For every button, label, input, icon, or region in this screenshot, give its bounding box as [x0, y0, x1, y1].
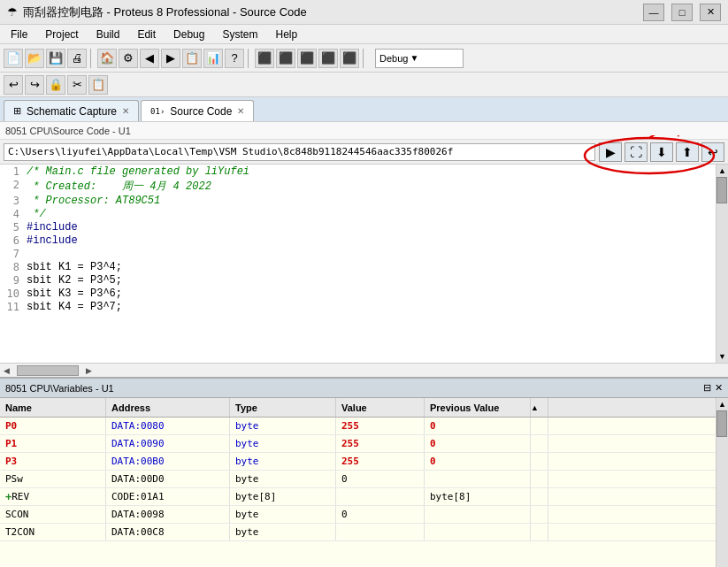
breadcrumb-text: 8051 CPU\Source Code - U1	[5, 126, 131, 136]
vars-scroll-track[interactable]	[717, 410, 728, 567]
redo-button[interactable]: ↪	[25, 75, 44, 95]
var-name: P0	[0, 418, 106, 434]
var-prev-value	[425, 506, 531, 523]
schematic-tab-close[interactable]: ✕	[122, 106, 129, 116]
back-button[interactable]: ◀	[140, 49, 159, 68]
line-content[interactable]: sbit K1 = P3^4;	[27, 260, 716, 273]
save-button[interactable]: 💾	[46, 49, 65, 68]
scroll-down-arrow[interactable]: ▼	[717, 350, 728, 363]
separator1	[90, 49, 94, 68]
menu-project[interactable]: Project	[38, 27, 85, 42]
tb-extra4[interactable]: ⬛	[318, 49, 338, 68]
var-name-text: P0	[5, 420, 17, 432]
tab-source[interactable]: 01› Source Code ✕	[141, 100, 254, 121]
list-item[interactable]: P0 DATA:0080 byte 255 0	[0, 418, 716, 435]
menu-file[interactable]: File	[4, 27, 34, 42]
line-content[interactable]: #include	[27, 234, 716, 247]
line-content[interactable]: */	[27, 207, 716, 220]
list-item[interactable]: SCON DATA:0098 byte 0	[0, 506, 716, 524]
scroll-track[interactable]	[717, 177, 728, 350]
var-address: DATA:0090	[106, 435, 230, 452]
var-prev-value	[425, 471, 531, 487]
menu-system[interactable]: System	[215, 27, 264, 42]
line-content[interactable]: * Created: 周一 4月 4 2022	[27, 178, 716, 194]
run-button[interactable]: ▶	[599, 142, 622, 162]
h-scroll-left[interactable]: ◀	[0, 366, 13, 375]
var-prev-value: 0	[425, 418, 531, 434]
list-item[interactable]: T2CON DATA:00C8 byte	[0, 524, 716, 541]
line-content[interactable]: sbit K4 = P3^7;	[27, 300, 716, 313]
source-tab-close[interactable]: ✕	[237, 106, 244, 116]
menu-build[interactable]: Build	[89, 27, 127, 42]
cut-button[interactable]: ✂	[67, 75, 87, 95]
home-button[interactable]: 🏠	[97, 49, 117, 68]
vars-pin-icon[interactable]: ⊟	[703, 382, 711, 394]
list-item[interactable]: P1 DATA:0090 byte 255 0	[0, 435, 716, 453]
h-scroll-thumb[interactable]	[17, 365, 79, 376]
scroll-thumb[interactable]	[717, 177, 727, 203]
var-value: 255	[336, 418, 425, 434]
line-content[interactable]: #include	[27, 220, 716, 234]
lock-button[interactable]: 🔒	[46, 75, 65, 95]
line-content[interactable]: sbit K3 = P3^6;	[27, 287, 716, 300]
new-button[interactable]: 📄	[4, 49, 23, 68]
settings-button[interactable]: ⚙	[119, 49, 138, 68]
vars-scroll-up[interactable]: ▲	[717, 398, 728, 410]
clipboard-button[interactable]: 📋	[182, 49, 202, 68]
list-item[interactable]: PSw DATA:00D0 byte 0	[0, 471, 716, 488]
step-over-button[interactable]: ⬇	[650, 142, 673, 162]
vars-header: 8051 CPU\Variables - U1 ⊟ ✕	[0, 379, 728, 398]
col-scroll[interactable]: ▲	[531, 398, 548, 417]
vars-close-icon[interactable]: ✕	[715, 382, 723, 394]
tb-extra1[interactable]: ⬛	[255, 49, 274, 68]
tb-extra3[interactable]: ⬛	[297, 49, 317, 68]
tab-schematic[interactable]: ⊞ Schematic Capture ✕	[4, 100, 139, 121]
maximize-button[interactable]: □	[671, 4, 693, 21]
col-address: Address	[106, 398, 230, 417]
step-out-button[interactable]: ⬆	[676, 142, 699, 162]
list-item[interactable]: P3 DATA:00B0 byte 255 0	[0, 453, 716, 471]
code-vscrollbar[interactable]: ▲ ▼	[716, 165, 728, 363]
menu-debug[interactable]: Debug	[166, 27, 211, 42]
tb-extra5[interactable]: ⬛	[340, 49, 359, 68]
line-number: 2	[0, 178, 27, 194]
var-value: 255	[336, 453, 425, 470]
var-address: DATA:0098	[106, 506, 230, 523]
vars-vscrollbar[interactable]: ▲ ▼	[716, 398, 728, 567]
step-into-button[interactable]: ⛶	[625, 142, 648, 162]
reset-button[interactable]: ↩	[701, 142, 724, 162]
vars-scroll-thumb[interactable]	[717, 410, 727, 437]
open-button[interactable]: 📂	[25, 49, 44, 68]
line-content[interactable]: * Processor: AT89C51	[27, 194, 716, 207]
h-scrollbar[interactable]: ◀ ▶	[0, 363, 728, 377]
scroll-up-arrow[interactable]: ▲	[717, 165, 728, 177]
help-button[interactable]: ?	[225, 49, 244, 68]
debug-mode-selector[interactable]: Debug ▼	[375, 49, 464, 68]
close-button[interactable]: ✕	[700, 4, 721, 21]
tab-bar: ⊞ Schematic Capture ✕ 01› Source Code ✕	[0, 97, 728, 122]
line-number: 11	[0, 300, 27, 313]
var-type: byte[8]	[230, 488, 336, 505]
minimize-button[interactable]: —	[643, 4, 664, 21]
h-scroll-right[interactable]: ▶	[82, 366, 96, 375]
menu-help[interactable]: Help	[268, 27, 304, 42]
list-item[interactable]: + REV CODE:01A1 byte[8] byte[8]	[0, 488, 716, 506]
var-name-text: P3	[5, 456, 17, 467]
print-button[interactable]: 🖨	[67, 49, 87, 68]
line-content[interactable]	[27, 247, 716, 260]
var-extra	[531, 435, 548, 452]
debug-dropdown-arrow[interactable]: ▼	[410, 53, 418, 63]
line-content[interactable]: sbit K2 = P3^5;	[27, 273, 716, 287]
code-editor[interactable]: 1/* Main.c file generated by liYufei2 * …	[0, 165, 716, 359]
var-name: SCON	[0, 506, 106, 523]
line-content[interactable]: /* Main.c file generated by liYufei	[27, 165, 716, 178]
paste-button[interactable]: 📋	[88, 75, 108, 95]
chart-button[interactable]: 📊	[203, 49, 223, 68]
table-row: 4 */	[0, 207, 716, 220]
expand-icon[interactable]: +	[5, 491, 11, 503]
forward-button[interactable]: ▶	[161, 49, 180, 68]
undo-button[interactable]: ↩	[4, 75, 23, 95]
menu-edit[interactable]: Edit	[130, 27, 163, 42]
tb-extra2[interactable]: ⬛	[276, 49, 295, 68]
path-input[interactable]	[4, 143, 595, 161]
